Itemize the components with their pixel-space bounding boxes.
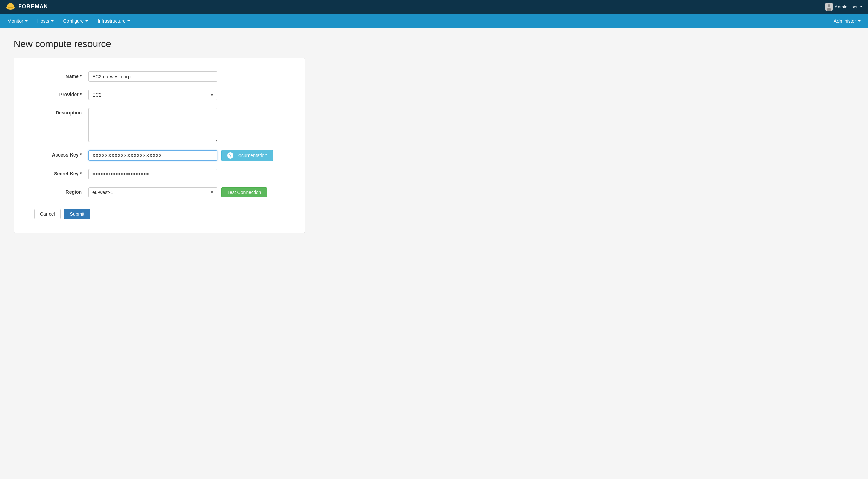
nav-administer[interactable]: Administer	[829, 14, 865, 28]
brand[interactable]: FOREMAN	[5, 2, 48, 12]
secret-key-input[interactable]	[88, 169, 217, 179]
nav-administer-caret	[858, 20, 861, 22]
cancel-button[interactable]: Cancel	[34, 209, 61, 219]
svg-rect-1	[8, 7, 13, 8]
description-textarea[interactable]	[88, 108, 217, 142]
user-menu[interactable]: Admin User	[825, 3, 863, 11]
region-label: Region	[34, 187, 88, 195]
nav-infrastructure[interactable]: Infrastructure	[93, 14, 135, 28]
nav-hosts-caret	[51, 20, 54, 22]
provider-label: Provider *	[34, 90, 88, 97]
description-group: Description	[34, 108, 284, 142]
nav-infrastructure-caret	[127, 20, 130, 22]
submit-button[interactable]: Submit	[64, 209, 91, 219]
region-select[interactable]: eu-west-1 us-east-1 us-west-1 us-west-2 …	[88, 187, 217, 197]
name-group: Name *	[34, 71, 284, 82]
top-bar-right: Admin User	[825, 3, 863, 11]
secret-key-group: Secret Key *	[34, 169, 284, 179]
name-label: Name *	[34, 71, 88, 79]
region-select-wrapper: eu-west-1 us-east-1 us-west-1 us-west-2 …	[88, 187, 217, 197]
access-key-label: Access Key *	[34, 150, 88, 158]
secret-key-label: Secret Key *	[34, 169, 88, 176]
nav-configure-caret	[85, 20, 88, 22]
form-actions: Cancel Submit	[34, 206, 284, 219]
help-icon: ?	[227, 152, 233, 159]
page-title: New compute resource	[14, 39, 854, 49]
top-bar: FOREMAN Admin User	[0, 0, 868, 14]
svg-point-3	[828, 4, 830, 7]
provider-select[interactable]: EC2 VMware oVirt Libvirt OpenStack Racks…	[88, 90, 217, 100]
brand-name: FOREMAN	[18, 4, 48, 10]
test-connection-button[interactable]: Test Connection	[221, 187, 267, 197]
documentation-button[interactable]: ? Documentation	[221, 150, 273, 161]
access-key-inline: ? Documentation	[88, 150, 273, 161]
access-key-input[interactable]	[88, 150, 217, 161]
nav-hosts[interactable]: Hosts	[33, 14, 59, 28]
provider-group: Provider * EC2 VMware oVirt Libvirt Open…	[34, 90, 284, 100]
name-input[interactable]	[88, 71, 217, 82]
main-content: New compute resource Name * Provider * E…	[0, 28, 868, 479]
avatar	[825, 3, 833, 11]
username: Admin User	[835, 4, 858, 9]
region-group: Region eu-west-1 us-east-1 us-west-1 us-…	[34, 187, 284, 197]
nav-configure[interactable]: Configure	[58, 14, 93, 28]
form-card: Name * Provider * EC2 VMware oVirt Libvi…	[14, 58, 305, 233]
description-label: Description	[34, 108, 88, 116]
nav-monitor[interactable]: Monitor	[3, 14, 33, 28]
access-key-group: Access Key * ? Documentation	[34, 150, 284, 161]
region-inline: eu-west-1 us-east-1 us-west-1 us-west-2 …	[88, 187, 267, 197]
nav-bar: Monitor Hosts Configure Infrastructure A…	[0, 14, 868, 28]
provider-select-wrapper: EC2 VMware oVirt Libvirt OpenStack Racks…	[88, 90, 217, 100]
nav-monitor-caret	[25, 20, 28, 22]
helmet-icon	[5, 2, 16, 12]
user-menu-caret	[860, 6, 863, 7]
